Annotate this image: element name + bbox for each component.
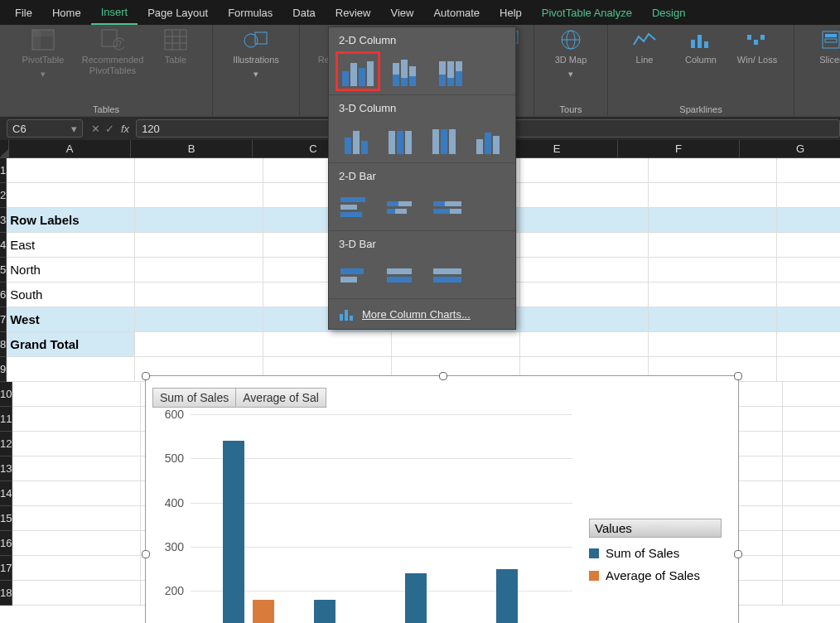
cell[interactable] [649, 233, 777, 258]
chart-bar[interactable] [223, 441, 244, 623]
cell[interactable] [783, 531, 840, 556]
3d-stacked-bar-option[interactable] [385, 258, 423, 292]
select-all-corner[interactable] [0, 140, 9, 158]
cell[interactable] [392, 332, 520, 357]
cell[interactable] [135, 258, 263, 283]
cancel-formula-icon[interactable]: ✕ [91, 123, 100, 135]
resize-handle[interactable] [142, 550, 150, 558]
resize-handle[interactable] [439, 372, 447, 380]
100-stacked-bar-option[interactable] [432, 191, 470, 224]
cell[interactable] [649, 283, 777, 307]
row-header[interactable]: 16 [0, 531, 12, 556]
cell[interactable]: East [7, 233, 135, 258]
row-header[interactable]: 15 [0, 506, 12, 531]
cell[interactable] [649, 158, 777, 183]
chart-legend[interactable]: Values Sum of Sales Average of Sales [589, 519, 722, 582]
cell[interactable] [135, 233, 263, 258]
sparkline-winloss-button[interactable]: Win/ Loss [732, 28, 782, 65]
sparkline-column-button[interactable]: Column [676, 28, 726, 65]
menu-view[interactable]: View [380, 0, 423, 25]
cell[interactable]: of Sales [777, 208, 840, 233]
row-header[interactable]: 18 [0, 581, 12, 606]
row-header[interactable]: 8 [0, 332, 7, 357]
cell[interactable] [777, 183, 840, 208]
row-header[interactable]: 5 [0, 258, 7, 283]
cell[interactable] [649, 208, 777, 233]
cell[interactable] [777, 158, 840, 183]
cell[interactable] [12, 407, 141, 432]
menu-help[interactable]: Help [490, 0, 532, 25]
cell[interactable] [135, 183, 263, 208]
cell[interactable] [649, 258, 777, 283]
chart-bar[interactable] [314, 600, 336, 623]
cell[interactable] [12, 531, 141, 556]
cell[interactable] [520, 183, 649, 208]
row-header[interactable]: 10 [0, 382, 12, 407]
column-header[interactable]: G [740, 140, 840, 158]
chart-bar[interactable] [405, 573, 427, 623]
cell[interactable] [783, 481, 840, 506]
pivottable-button[interactable]: PivotTable ▾ [12, 28, 75, 80]
cell[interactable] [520, 258, 649, 283]
cell[interactable] [783, 506, 840, 531]
column-header[interactable]: A [9, 140, 131, 158]
cell[interactable] [135, 158, 263, 183]
cell[interactable] [783, 432, 840, 456]
cell[interactable] [783, 382, 840, 407]
recommended-pivottables-button[interactable]: ? Recommended PivotTables [81, 28, 144, 76]
cell[interactable] [7, 357, 135, 382]
3d-stacked-column-option[interactable] [383, 123, 418, 156]
cell[interactable]: South [7, 283, 135, 307]
cell[interactable]: 3.3333333 [777, 233, 840, 258]
cell[interactable] [12, 581, 141, 606]
cell[interactable] [520, 283, 649, 307]
clustered-bar-option[interactable] [339, 191, 377, 224]
cell[interactable] [7, 183, 135, 208]
column-header[interactable]: B [131, 140, 253, 158]
menu-automate[interactable]: Automate [423, 0, 490, 25]
menu-formulas[interactable]: Formulas [218, 0, 282, 25]
3d-100-stacked-column-option[interactable] [427, 123, 462, 156]
row-header[interactable]: 14 [0, 481, 12, 506]
resize-handle[interactable] [734, 372, 742, 380]
cell[interactable] [777, 332, 840, 357]
row-header[interactable]: 2 [0, 183, 7, 208]
cell[interactable] [135, 307, 263, 332]
sparkline-line-button[interactable]: Line [620, 28, 669, 65]
cell[interactable] [783, 407, 840, 432]
row-header[interactable]: 6 [0, 283, 7, 307]
cell[interactable] [649, 307, 777, 332]
menu-page-layout[interactable]: Page Layout [138, 0, 218, 25]
cell[interactable] [520, 208, 649, 233]
3d-column-option[interactable] [470, 123, 505, 156]
embedded-chart[interactable]: Sum of Sales Average of Sal 010020030040… [145, 375, 739, 623]
cell[interactable]: 160 [777, 258, 840, 283]
chart-field-button[interactable]: Sum of Sales [152, 388, 236, 408]
clustered-column-option[interactable] [339, 55, 377, 88]
resize-handle[interactable] [734, 550, 742, 558]
row-header[interactable]: 11 [0, 407, 12, 432]
row-header[interactable]: 9 [0, 357, 7, 382]
fx-icon[interactable]: fx [121, 123, 129, 135]
cell[interactable] [135, 208, 263, 233]
chart-bar[interactable] [253, 600, 274, 623]
3d-map-button[interactable]: 3D Map ▾ [546, 28, 596, 80]
name-box[interactable]: C6 ▾ [7, 119, 83, 138]
cell[interactable] [520, 158, 649, 183]
cell[interactable] [12, 432, 141, 456]
cell[interactable]: West [7, 307, 135, 332]
cell[interactable] [777, 357, 840, 382]
more-column-charts-button[interactable]: More Column Charts... [329, 299, 515, 329]
stacked-column-option[interactable] [385, 55, 423, 88]
chart-field-button[interactable]: Average of Sal [236, 388, 326, 408]
row-header[interactable]: 3 [0, 208, 7, 233]
row-header[interactable]: 7 [0, 307, 7, 332]
cell[interactable] [520, 307, 649, 332]
cell[interactable] [12, 506, 141, 531]
cell[interactable] [135, 283, 263, 307]
menu-insert[interactable]: Insert [91, 0, 138, 25]
cell[interactable] [12, 481, 141, 506]
row-header[interactable]: 4 [0, 233, 7, 258]
menu-data[interactable]: Data [282, 0, 325, 25]
row-header[interactable]: 17 [0, 556, 12, 581]
